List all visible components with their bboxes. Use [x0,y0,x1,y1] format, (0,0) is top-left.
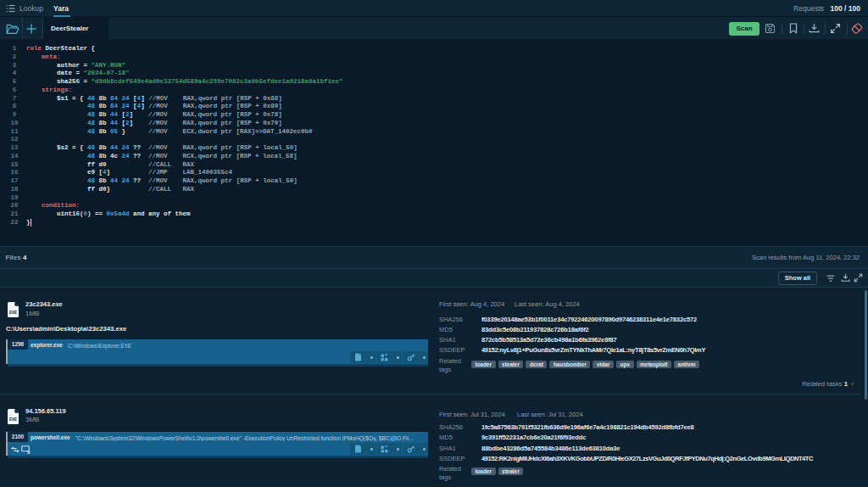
svg-text:EXE: EXE [9,417,17,422]
svg-text:EXE: EXE [9,311,17,315]
